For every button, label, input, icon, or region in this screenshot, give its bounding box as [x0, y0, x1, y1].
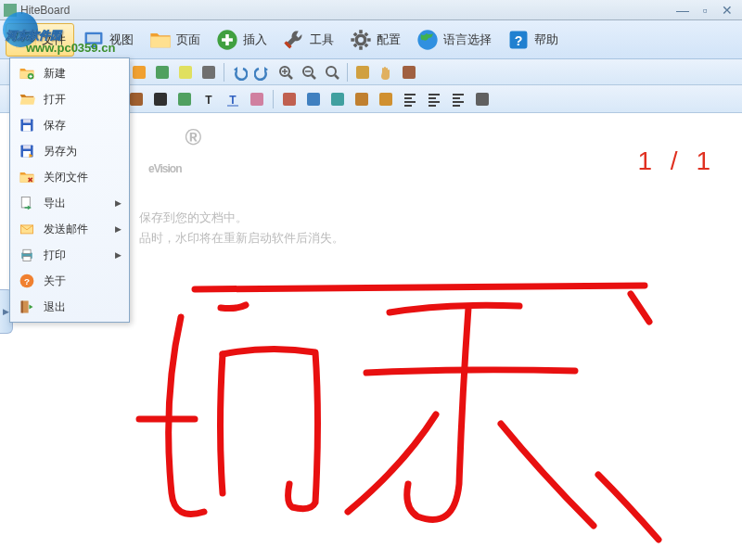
color-fill-icon — [305, 91, 322, 108]
menu-file[interactable]: 文件 — [6, 23, 74, 57]
tool-camera-button[interactable] — [472, 89, 493, 109]
file-menu-print[interactable]: 打印▶ — [12, 242, 127, 268]
toolbar-trash-button[interactable] — [399, 62, 419, 83]
toolbar-hand-button[interactable] — [376, 62, 396, 83]
menu-view-label: 视图 — [109, 32, 134, 48]
svg-rect-35 — [307, 93, 320, 106]
svg-rect-43 — [23, 125, 31, 132]
file-menu-new-label: 新建 — [44, 66, 122, 82]
tool-align-r-button[interactable] — [448, 89, 468, 109]
wrench-icon — [282, 28, 306, 52]
file-menu-dropdown: 新建打开保存另存为关闭文件导出▶发送邮件▶打印▶?关于退出 — [9, 57, 130, 323]
toolbar-cam-button[interactable] — [198, 62, 219, 83]
palette-icon — [281, 91, 298, 108]
svg-rect-23 — [403, 66, 416, 79]
tool-picture-button[interactable] — [174, 89, 195, 109]
page-icon — [148, 28, 173, 52]
watermark-brand: eVision® — [148, 124, 200, 185]
toolbar-img-button[interactable] — [152, 62, 173, 83]
svg-point-7 — [417, 30, 437, 49]
tool-clapper-button[interactable] — [150, 89, 171, 109]
tool-text-button[interactable]: T — [198, 89, 219, 109]
svg-text:T: T — [229, 94, 237, 107]
cam-icon — [200, 64, 217, 81]
tool-align-c-button[interactable] — [424, 89, 444, 109]
maximize-button[interactable]: ▫ — [694, 3, 716, 18]
file-menu-exit-label: 退出 — [44, 299, 122, 315]
file-menu-print-label: 打印 — [44, 248, 115, 263]
menu-config-label: 配置 — [377, 32, 401, 48]
monitor-icon — [82, 28, 106, 52]
file-menu-open[interactable]: 打开 — [12, 86, 127, 112]
file-menu-saveas-label: 另存为 — [44, 144, 122, 159]
align-c-icon — [426, 91, 442, 108]
texta-icon: T — [224, 91, 241, 108]
clapper-icon — [152, 91, 169, 108]
svg-rect-33 — [250, 93, 263, 106]
tool-align-l-button[interactable] — [400, 89, 420, 109]
svg-rect-4 — [90, 45, 96, 46]
toolbar-zoom-in-button[interactable] — [275, 62, 296, 83]
zoom-out-icon — [301, 64, 317, 81]
file-menu-close[interactable]: 关闭文件 — [12, 164, 127, 190]
titlebar: HiteBoard — ▫ ✕ — [0, 0, 742, 20]
svg-text:?: ? — [24, 276, 30, 286]
tool-texture-button[interactable] — [352, 89, 372, 109]
folder-icon — [14, 28, 38, 52]
toolbar-select-button[interactable] — [352, 62, 373, 83]
toolbar-undo-button[interactable] — [229, 62, 249, 83]
tool-texta-button[interactable]: T — [223, 89, 243, 109]
redo-icon — [254, 64, 271, 81]
svg-rect-30 — [178, 93, 191, 106]
toolbar-redo-button[interactable] — [252, 62, 273, 83]
menu-help[interactable]: ?帮助 — [499, 24, 566, 56]
menu-insert[interactable]: 插入 — [208, 24, 275, 56]
question-icon: ? — [506, 28, 531, 52]
minimize-button[interactable]: — — [672, 3, 694, 18]
toolbar-page-b-button[interactable] — [175, 62, 196, 83]
svg-rect-39 — [476, 93, 489, 106]
svg-rect-29 — [154, 93, 167, 106]
tool-shape-button[interactable] — [327, 89, 348, 109]
svg-rect-16 — [156, 66, 169, 79]
tool-palette-button[interactable] — [279, 89, 300, 109]
globe-icon — [416, 28, 440, 52]
watermark-line1: 保存到您的文档中。 — [139, 210, 248, 226]
toolbar-zoom-out-button[interactable] — [299, 62, 319, 83]
svg-text:T: T — [205, 94, 212, 107]
tool-color-fill-button[interactable] — [303, 89, 324, 109]
file-menu-about[interactable]: ?关于 — [12, 268, 127, 294]
toolbar-zoom-reset-button[interactable] — [322, 62, 342, 83]
align-l-icon — [402, 91, 418, 108]
svg-rect-22 — [356, 66, 369, 79]
app-icon — [4, 4, 17, 17]
disk-icon — [18, 116, 36, 134]
close-button[interactable]: ✕ — [716, 3, 738, 18]
tool-color-a-button[interactable] — [376, 89, 396, 109]
text-icon: T — [200, 91, 217, 108]
file-menu-new[interactable]: 新建 — [12, 60, 127, 86]
help-icon: ? — [18, 272, 36, 290]
svg-point-6 — [356, 35, 365, 44]
undo-icon — [231, 64, 248, 81]
tool-eraser-button[interactable] — [247, 89, 267, 109]
menu-view[interactable]: 视图 — [74, 24, 141, 56]
menu-lang[interactable]: 语言选择 — [408, 24, 499, 56]
file-menu-saveas[interactable]: 另存为 — [12, 138, 127, 164]
file-menu-about-label: 关于 — [44, 274, 122, 289]
menu-page[interactable]: 页面 — [141, 24, 208, 56]
file-menu-export[interactable]: 导出▶ — [12, 190, 127, 216]
menu-config[interactable]: 配置 — [341, 24, 408, 56]
toolbar-page-cfg-button[interactable] — [129, 62, 149, 83]
svg-rect-15 — [133, 66, 146, 79]
svg-rect-45 — [23, 145, 31, 148]
menu-lang-label: 语言选择 — [443, 32, 492, 48]
file-menu-exit[interactable]: 退出 — [12, 294, 127, 320]
folder-close-icon — [18, 168, 36, 186]
color-a-icon — [377, 91, 394, 108]
file-menu-sendmail[interactable]: 发送邮件▶ — [12, 216, 127, 242]
menu-tools[interactable]: 工具 — [275, 24, 341, 56]
shape-icon — [329, 91, 346, 108]
picture-icon — [176, 91, 193, 108]
file-menu-save[interactable]: 保存 — [12, 112, 127, 138]
